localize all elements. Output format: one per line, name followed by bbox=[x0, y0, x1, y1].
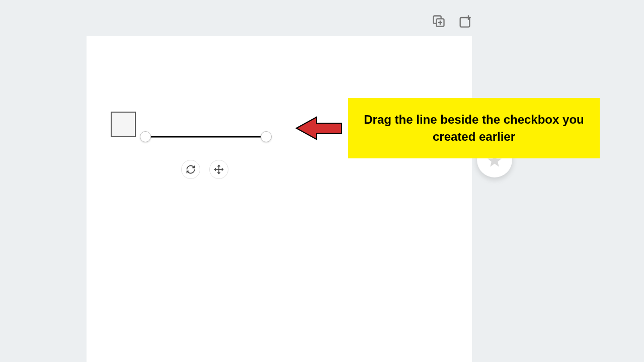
line-handle-left[interactable] bbox=[140, 131, 151, 142]
instruction-text: Drag the line beside the checkbox you cr… bbox=[360, 111, 588, 145]
rotate-button[interactable] bbox=[181, 160, 200, 179]
element-controls bbox=[181, 160, 228, 179]
line-element-selected[interactable] bbox=[140, 130, 272, 144]
line-body[interactable] bbox=[146, 136, 266, 138]
checkbox-shape[interactable] bbox=[111, 112, 136, 137]
add-page-icon[interactable] bbox=[458, 14, 472, 28]
duplicate-page-icon[interactable] bbox=[432, 14, 446, 28]
instruction-callout: Drag the line beside the checkbox you cr… bbox=[348, 98, 600, 158]
move-button[interactable] bbox=[209, 160, 228, 179]
instruction-arrow-icon bbox=[294, 113, 344, 145]
line-handle-right[interactable] bbox=[261, 131, 272, 142]
canvas-top-toolbar bbox=[432, 14, 472, 28]
design-canvas[interactable] bbox=[87, 36, 472, 362]
